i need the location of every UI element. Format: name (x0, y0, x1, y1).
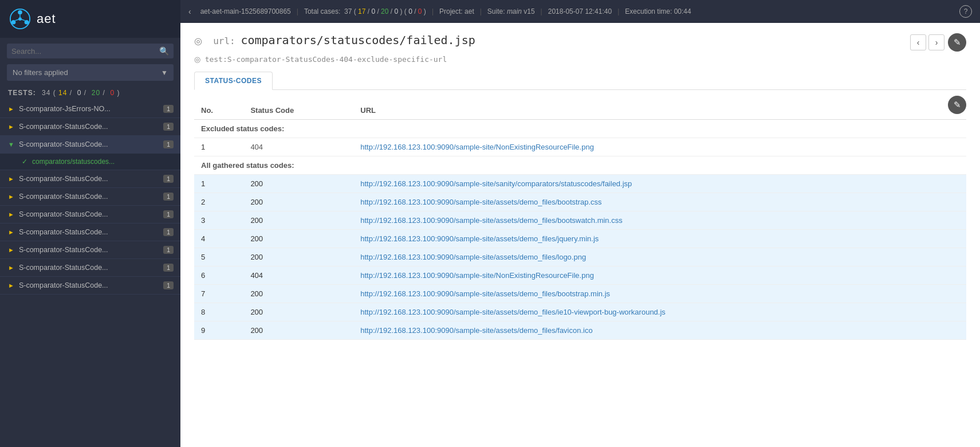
app-logo (9, 8, 31, 30)
url-link[interactable]: http://192.168.123.100:9090/sample-site/… (360, 308, 666, 316)
comment-button-top[interactable]: ✎ (948, 33, 966, 52)
sidebar-header: aet (0, 0, 180, 38)
url-link[interactable]: http://192.168.123.100:9090/sample-site/… (360, 271, 594, 280)
row-url: http://192.168.123.100:9090/sample-site/… (353, 321, 966, 340)
url-navigation: ‹ › (910, 34, 944, 50)
list-item[interactable]: ► S-comparator-StatusCode... 1 (0, 170, 180, 188)
test-label: ◎ test:S-comparator-StatusCodes-404-excl… (194, 55, 966, 64)
list-item[interactable]: ► S-comparator-StatusCode... 1 (0, 277, 180, 295)
chevron-right-icon: ► (8, 175, 14, 182)
back-chevron-icon[interactable]: ‹ (188, 7, 191, 16)
tabs-bar: STATUS-CODES (194, 72, 966, 90)
test-badge: 1 (163, 210, 174, 218)
test-item-name: S-comparator-StatusCode... (19, 264, 163, 272)
tests-header: TESTS: 34 ( 14 / 0 / 20 / 0 ) (0, 85, 180, 100)
total-cases-label: Total cases: 37 ( 17 / 0 / 20 / 0 ) ( 0 … (304, 7, 426, 15)
row-no: 6 (194, 266, 243, 285)
status-codes-table: No. Status Code URL Excluded status code… (194, 101, 966, 340)
search-input[interactable] (11, 47, 159, 56)
test-badge: 1 (163, 228, 174, 236)
svg-point-2 (25, 20, 29, 25)
chevron-right-icon: ► (8, 264, 14, 271)
url-link[interactable]: http://192.168.123.100:9090/sample-site/… (360, 289, 610, 298)
row-url: http://192.168.123.100:9090/sample-site/… (353, 138, 966, 156)
table-row: 2 200 http://192.168.123.100:9090/sample… (194, 193, 966, 211)
svg-point-3 (11, 20, 16, 25)
chevron-down-icon: ▼ (8, 141, 14, 148)
test-badge: 1 (163, 105, 174, 113)
prev-button[interactable]: ‹ (910, 34, 926, 50)
test-item-name: S-comparator-StatusCode... (19, 123, 163, 131)
svg-point-1 (18, 10, 22, 15)
row-no: 7 (194, 285, 243, 303)
url-path: comparators/statuscodes/failed.jsp (241, 33, 475, 47)
help-button[interactable]: ? (959, 5, 972, 18)
row-status: 200 (243, 303, 353, 321)
tests-label: TESTS: (8, 89, 36, 97)
table-row: 1 200 http://192.168.123.100:9090/sample… (194, 175, 966, 193)
url-link[interactable]: http://192.168.123.100:9090/sample-site/… (360, 253, 586, 261)
filter-dropdown[interactable]: No filters applied ▼ (7, 64, 174, 81)
tab-status-codes[interactable]: STATUS-CODES (194, 72, 273, 90)
chevron-right-icon: ► (8, 193, 14, 200)
list-item[interactable]: ► S-comparator-StatusCode... 1 (0, 259, 180, 277)
row-status: 200 (243, 175, 353, 193)
test-item-name: S-comparator-StatusCode... (19, 281, 163, 289)
test-item-name: S-comparator-JsErrors-NO... (19, 105, 163, 113)
project-label: Project: aet (439, 7, 474, 15)
row-status: 404 (243, 138, 353, 156)
test-badge: 1 (163, 140, 174, 148)
comment-button-table[interactable]: ✎ (948, 96, 966, 114)
row-status: 200 (243, 193, 353, 211)
url-link[interactable]: http://192.168.123.100:9090/sample-site/… (360, 143, 594, 151)
row-status: 200 (243, 211, 353, 230)
excluded-section-header: Excluded status codes: (194, 120, 966, 138)
url-link[interactable]: http://192.168.123.100:9090/sample-site/… (360, 179, 632, 188)
url-keyword: url: (213, 36, 241, 46)
row-status: 200 (243, 230, 353, 248)
main-area: ‹ aet-aet-main-1525689700865 | Total cas… (180, 0, 980, 447)
gathered-section-label: All gathered status codes: (194, 156, 966, 175)
chevron-right-icon: ► (8, 229, 14, 236)
sub-list-item[interactable]: ✓ comparators/statuscodes... (0, 154, 180, 170)
list-item[interactable]: ► S-comparator-StatusCode... 1 (0, 118, 180, 136)
table-row: 9 200 http://192.168.123.100:9090/sample… (194, 321, 966, 340)
url-prefix (208, 36, 214, 46)
target-icon: ◎ (194, 36, 202, 46)
exec-time-label: Execution time: 00:44 (625, 7, 691, 15)
row-no: 1 (194, 175, 243, 193)
list-item[interactable]: ► S-comparator-StatusCode... 1 (0, 188, 180, 206)
test-item-name: S-comparator-StatusCode... (19, 246, 163, 254)
search-icon[interactable]: 🔍 (159, 46, 169, 56)
list-item[interactable]: ► S-comparator-StatusCode... 1 (0, 206, 180, 223)
row-no: 9 (194, 321, 243, 340)
next-button[interactable]: › (928, 34, 944, 50)
url-link[interactable]: http://192.168.123.100:9090/sample-site/… (360, 234, 599, 243)
test-badge: 1 (163, 264, 174, 272)
test-item-name: S-comparator-StatusCode... (19, 140, 163, 148)
list-item[interactable]: ► S-comparator-StatusCode... 1 (0, 223, 180, 241)
url-title-area: ◎ url: comparators/statuscodes/failed.js… (194, 33, 475, 47)
url-link[interactable]: http://192.168.123.100:9090/sample-site/… (360, 326, 592, 335)
list-item[interactable]: ► S-comparator-StatusCode... 1 (0, 241, 180, 259)
row-url: http://192.168.123.100:9090/sample-site/… (353, 230, 966, 248)
list-item[interactable]: ► S-comparator-JsErrors-NO... 1 (0, 100, 180, 118)
url-link[interactable]: http://192.168.123.100:9090/sample-site/… (360, 198, 601, 206)
test-prefix: test: (205, 55, 227, 64)
gathered-section-header: All gathered status codes: (194, 156, 966, 175)
suite-label: Suite: main v15 (487, 7, 535, 15)
page-title: ◎ url: comparators/statuscodes/failed.js… (194, 33, 475, 47)
url-header: ◎ url: comparators/statuscodes/failed.js… (194, 33, 966, 52)
url-link[interactable]: http://192.168.123.100:9090/sample-site/… (360, 216, 622, 225)
filter-label: No filters applied (13, 68, 68, 77)
chevron-right-icon: ► (8, 105, 14, 112)
row-url: http://192.168.123.100:9090/sample-site/… (353, 193, 966, 211)
sidebar: aet 🔍 No filters applied ▼ TESTS: 34 ( 1… (0, 0, 180, 447)
list-item[interactable]: ▼ S-comparator-StatusCode... 1 (0, 136, 180, 154)
table-row: 7 200 http://192.168.123.100:9090/sample… (194, 285, 966, 303)
row-url: http://192.168.123.100:9090/sample-site/… (353, 248, 966, 266)
table-row: 6 404 http://192.168.123.100:9090/sample… (194, 266, 966, 285)
chevron-right-icon: ► (8, 246, 14, 253)
col-no: No. (194, 101, 243, 120)
table-row: 5 200 http://192.168.123.100:9090/sample… (194, 248, 966, 266)
